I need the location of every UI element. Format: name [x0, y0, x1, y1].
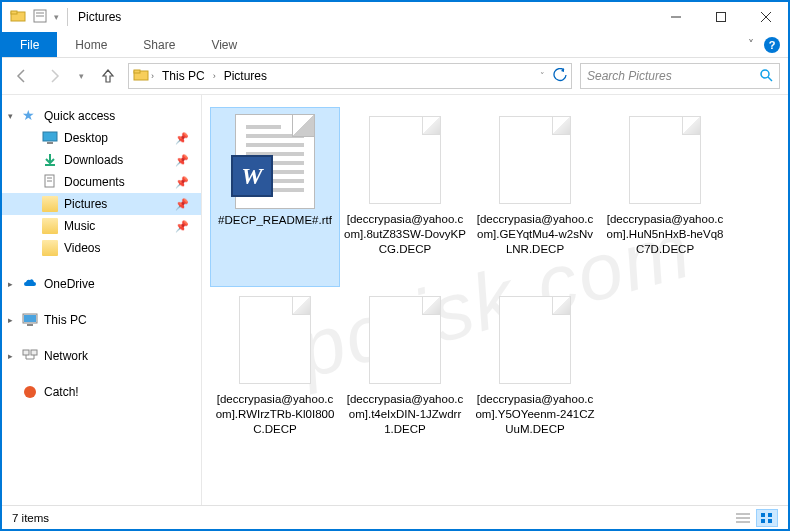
- close-button[interactable]: [743, 2, 788, 32]
- videos-icon: [42, 240, 58, 256]
- chevron-right-icon[interactable]: ›: [151, 71, 154, 81]
- up-button[interactable]: [96, 64, 120, 88]
- svg-rect-32: [768, 513, 772, 517]
- titlebar: ▾ Pictures: [2, 2, 788, 32]
- pictures-icon: [42, 196, 58, 212]
- folder-icon[interactable]: [10, 8, 26, 27]
- sidebar-thispc[interactable]: ▸ This PC: [2, 309, 201, 331]
- file-thumbnail: [625, 113, 705, 208]
- sidebar-label: Desktop: [64, 131, 108, 145]
- sidebar-item-music[interactable]: Music 📌: [2, 215, 201, 237]
- address-bar[interactable]: › This PC › Pictures ˅: [128, 63, 572, 89]
- navigation-pane[interactable]: ▾ ★ Quick access Desktop 📌 Downloads 📌 D…: [2, 95, 202, 505]
- item-count: 7 items: [12, 512, 49, 524]
- qat-dropdown-icon[interactable]: ▾: [54, 12, 59, 22]
- file-item[interactable]: [deccrypasia@yahoo.com].t4eIxDIN-1JZwdrr…: [340, 287, 470, 467]
- word-icon: W: [231, 155, 273, 197]
- file-name: [deccrypasia@yahoo.com].GEYqtMu4-w2sNvLN…: [474, 212, 596, 257]
- star-icon: ★: [22, 108, 38, 124]
- ribbon-tabs: File Home Share View ˅ ?: [2, 32, 788, 58]
- file-thumbnail: [235, 293, 315, 388]
- search-icon[interactable]: [759, 68, 773, 85]
- file-item[interactable]: [deccrypasia@yahoo.com].8utZ83SW-DovyKPC…: [340, 107, 470, 287]
- breadcrumb-segment[interactable]: Pictures: [218, 69, 273, 83]
- sidebar-label: Music: [64, 219, 95, 233]
- search-placeholder: Search Pictures: [587, 69, 672, 83]
- details-view-button[interactable]: [732, 509, 754, 527]
- refresh-icon[interactable]: [553, 68, 567, 85]
- downloads-icon: [42, 152, 58, 168]
- ribbon-expand-icon[interactable]: ˅: [748, 38, 754, 52]
- tab-share[interactable]: Share: [125, 32, 193, 57]
- search-input[interactable]: Search Pictures: [580, 63, 780, 89]
- expand-icon[interactable]: ▸: [8, 279, 13, 289]
- sidebar-label: Videos: [64, 241, 100, 255]
- expand-icon[interactable]: ▸: [8, 315, 13, 325]
- navigation-bar: ▾ › This PC › Pictures ˅ Search Pictures: [2, 58, 788, 94]
- collapse-icon[interactable]: ▾: [8, 111, 13, 121]
- chevron-right-icon[interactable]: ›: [213, 71, 216, 81]
- svg-rect-22: [23, 350, 29, 355]
- file-list[interactable]: pcrisk.com W #DECP_README#.rtf [deccrypa…: [202, 95, 788, 505]
- folder-icon: [133, 67, 149, 86]
- tab-home[interactable]: Home: [57, 32, 125, 57]
- file-thumbnail: [495, 113, 575, 208]
- breadcrumb-segment[interactable]: This PC: [156, 69, 211, 83]
- window-title: Pictures: [78, 10, 121, 24]
- back-button[interactable]: [10, 64, 34, 88]
- file-item[interactable]: [deccrypasia@yahoo.com].RWIrzTRb-Kl0I800…: [210, 287, 340, 467]
- pin-icon: 📌: [175, 176, 189, 189]
- svg-rect-20: [24, 315, 36, 322]
- sidebar-item-documents[interactable]: Documents 📌: [2, 171, 201, 193]
- onedrive-icon: [22, 276, 38, 292]
- forward-button[interactable]: [42, 64, 66, 88]
- icons-view-button[interactable]: [756, 509, 778, 527]
- recent-locations-button[interactable]: ▾: [74, 64, 88, 88]
- help-icon[interactable]: ?: [764, 37, 780, 53]
- svg-rect-10: [134, 70, 140, 73]
- network-icon: [22, 348, 38, 364]
- sidebar-catch[interactable]: Catch!: [2, 381, 201, 403]
- svg-rect-33: [761, 519, 765, 523]
- file-thumbnail: W: [235, 114, 315, 209]
- file-item[interactable]: W #DECP_README#.rtf: [210, 107, 340, 287]
- sidebar-label: Quick access: [44, 109, 115, 123]
- sidebar-network[interactable]: ▸ Network: [2, 345, 201, 367]
- maximize-button[interactable]: [698, 2, 743, 32]
- file-name: [deccrypasia@yahoo.com].t4eIxDIN-1JZwdrr…: [344, 392, 466, 437]
- catch-icon: [22, 384, 38, 400]
- sidebar-label: Network: [44, 349, 88, 363]
- file-name: [deccrypasia@yahoo.com].RWIrzTRb-Kl0I800…: [214, 392, 336, 437]
- sidebar-label: This PC: [44, 313, 87, 327]
- pin-icon: 📌: [175, 132, 189, 145]
- svg-point-11: [761, 70, 769, 78]
- file-name: [deccrypasia@yahoo.com].HuN5nHxB-heVq8C7…: [604, 212, 726, 257]
- svg-rect-31: [761, 513, 765, 517]
- svg-point-27: [24, 386, 36, 398]
- desktop-icon: [42, 130, 58, 146]
- minimize-button[interactable]: [653, 2, 698, 32]
- svg-rect-1: [11, 11, 17, 14]
- sidebar-quick-access[interactable]: ▾ ★ Quick access: [2, 105, 201, 127]
- sidebar-label: Pictures: [64, 197, 107, 211]
- status-bar: 7 items: [2, 505, 788, 529]
- address-dropdown-icon[interactable]: ˅: [540, 71, 545, 81]
- sidebar-item-desktop[interactable]: Desktop 📌: [2, 127, 201, 149]
- file-tab[interactable]: File: [2, 32, 57, 57]
- sidebar-label: Documents: [64, 175, 125, 189]
- sidebar-label: OneDrive: [44, 277, 95, 291]
- sidebar-onedrive[interactable]: ▸ OneDrive: [2, 273, 201, 295]
- sidebar-item-downloads[interactable]: Downloads 📌: [2, 149, 201, 171]
- file-item[interactable]: [deccrypasia@yahoo.com].GEYqtMu4-w2sNvLN…: [470, 107, 600, 287]
- quick-access-toolbar: ▾: [10, 8, 59, 27]
- expand-icon[interactable]: ▸: [8, 351, 13, 361]
- file-item[interactable]: [deccrypasia@yahoo.com].Y5OYeenm-241CZUu…: [470, 287, 600, 467]
- tab-view[interactable]: View: [193, 32, 255, 57]
- sidebar-item-pictures[interactable]: Pictures 📌: [2, 193, 201, 215]
- sidebar-item-videos[interactable]: Videos: [2, 237, 201, 259]
- file-item[interactable]: [deccrypasia@yahoo.com].HuN5nHxB-heVq8C7…: [600, 107, 730, 287]
- svg-rect-23: [31, 350, 37, 355]
- pin-icon: 📌: [175, 154, 189, 167]
- sidebar-label: Downloads: [64, 153, 123, 167]
- properties-icon[interactable]: [32, 8, 48, 27]
